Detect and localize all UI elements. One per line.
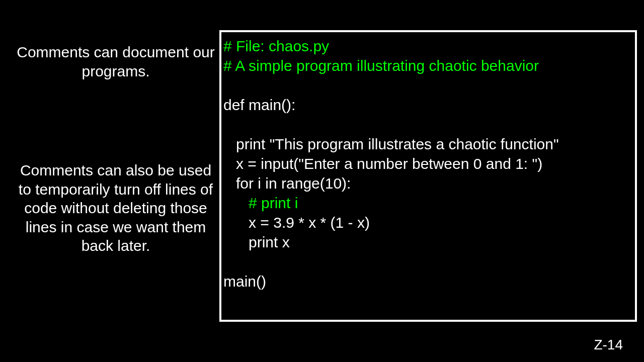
caption-comments-document: Comments can document our programs. (13, 43, 219, 80)
code-input: x = input("Enter a number between 0 and … (223, 154, 633, 173)
code-for: for i in range(10): (223, 173, 633, 193)
left-column: Comments can document our programs. Comm… (13, 43, 219, 255)
code-comment-desc: # A simple program illustrating chaotic … (223, 56, 633, 75)
caption-comments-disable: Comments can also be used to temporarily… (13, 161, 219, 255)
blank-line (234, 75, 633, 95)
slide-number: Z-14 (594, 337, 623, 353)
code-assign: x = 3.9 * x * (1 - x) (223, 213, 633, 232)
code-printx: print x (223, 232, 633, 252)
slide: Comments can document our programs. Comm… (0, 0, 644, 362)
code-box: # File: chaos.py # A simple program illu… (219, 30, 637, 322)
blank-line (234, 115, 633, 134)
blank-line (234, 252, 633, 272)
code-comment-printi: # print i (223, 193, 633, 213)
code-print: print "This program illustrates a chaoti… (223, 134, 633, 154)
code-def-main: def main(): (223, 95, 633, 115)
code-call-main: main() (223, 272, 633, 291)
code-comment-file: # File: chaos.py (223, 36, 633, 56)
